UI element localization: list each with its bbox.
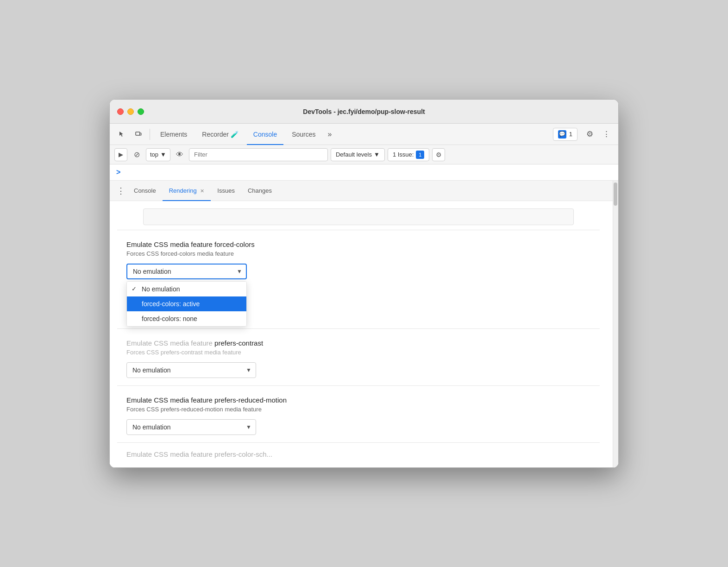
more-options-button[interactable]: ⋮: [599, 127, 614, 142]
cursor-icon: [118, 131, 126, 138]
tab-changes[interactable]: Changes: [241, 181, 278, 201]
prompt-chevron: >: [116, 168, 120, 176]
window-title: DevTools - jec.fyi/demo/pup-slow-result: [303, 108, 425, 115]
forced-colors-dropdown-container: No emulation forced-colors: active force…: [126, 264, 247, 279]
dropdown-arrow-icon: ▼: [160, 151, 166, 158]
more-tabs-button[interactable]: »: [324, 124, 336, 145]
tab-sources[interactable]: Sources: [285, 124, 322, 145]
live-expressions-button[interactable]: 👁: [173, 148, 186, 161]
console-prompt[interactable]: >: [110, 164, 618, 181]
title-bar: DevTools - jec.fyi/demo/pup-slow-result: [110, 100, 618, 124]
toolbar-divider: [150, 129, 150, 140]
message-badge-icon: 💬: [558, 130, 566, 139]
message-badge-button[interactable]: 💬 1: [553, 128, 577, 141]
devtools-window: DevTools - jec.fyi/demo/pup-slow-result …: [109, 99, 619, 468]
main-scrollbar-track[interactable]: [613, 181, 618, 467]
tab-issues[interactable]: Issues: [211, 181, 241, 201]
issues-counter-button[interactable]: 1 Issue: 1: [388, 148, 430, 161]
filter-input[interactable]: [189, 148, 328, 161]
inspect-element-button[interactable]: [114, 127, 129, 142]
prefers-reduced-motion-section: Emulate CSS media feature prefers-reduce…: [110, 386, 607, 442]
bottom-truncated-section: Emulate CSS media feature prefers-color-…: [110, 443, 607, 458]
prefers-contrast-select[interactable]: No emulation: [126, 362, 256, 378]
tab-console[interactable]: Console: [247, 124, 283, 145]
prefers-contrast-section: Emulate CSS media feature prefers-contra…: [110, 329, 607, 385]
prefers-reduced-motion-select[interactable]: No emulation: [126, 419, 256, 435]
dropdown-option-no-emulation[interactable]: No emulation: [127, 282, 246, 296]
clear-console-button[interactable]: ⊘: [130, 148, 143, 161]
tab-rendering[interactable]: Rendering ✕: [163, 181, 211, 201]
close-button[interactable]: [117, 108, 124, 115]
context-selector[interactable]: top ▼: [146, 148, 170, 161]
prefers-reduced-motion-desc: Forces CSS prefers-reduced-motion media …: [126, 406, 590, 413]
main-scrollbar-thumb[interactable]: [614, 183, 617, 206]
dropdown-option-forced-active[interactable]: forced-colors: active: [127, 296, 246, 311]
device-icon: [135, 131, 142, 138]
device-toggle-button[interactable]: [131, 127, 146, 142]
forced-colors-title: Emulate CSS media feature forced-colors: [126, 240, 590, 248]
gear-icon: ⚙: [436, 151, 442, 158]
log-levels-button[interactable]: Default levels ▼: [331, 148, 385, 161]
prefers-contrast-desc: Forces CSS prefers-contrast media featur…: [126, 349, 590, 356]
settings-button[interactable]: ⚙: [582, 127, 597, 142]
issues-badge-icon: 1: [416, 151, 424, 159]
forced-colors-section: Emulate CSS media feature forced-colors …: [110, 230, 607, 287]
rendering-panel-content: Emulate CSS media feature forced-colors …: [110, 201, 618, 467]
truncated-title: Emulate CSS media feature prefers-color-…: [126, 450, 590, 458]
tab-elements[interactable]: Elements: [154, 124, 194, 145]
svg-rect-1: [140, 133, 141, 135]
ban-icon: ⊘: [134, 150, 140, 159]
prefers-reduced-motion-title: Emulate CSS media feature prefers-reduce…: [126, 396, 590, 404]
svg-rect-0: [136, 132, 140, 135]
prefers-contrast-title: Emulate CSS media feature prefers-contra…: [126, 339, 590, 347]
tab-console-bottom[interactable]: Console: [127, 181, 163, 201]
eye-icon: 👁: [176, 151, 183, 159]
forced-colors-dropdown-popup: No emulation forced-colors: active force…: [126, 281, 247, 327]
main-toolbar: Elements Recorder 🧪 Console Sources » 💬 …: [110, 124, 618, 145]
execute-button[interactable]: ▶: [114, 148, 127, 161]
rendering-tab-close[interactable]: ✕: [200, 188, 204, 194]
play-icon: ▶: [119, 151, 123, 158]
console-settings-button[interactable]: ⚙: [432, 148, 445, 161]
prefers-contrast-dropdown[interactable]: No emulation ▼: [126, 362, 256, 378]
tab-recorder[interactable]: Recorder 🧪: [195, 124, 245, 145]
dropdown-option-forced-none[interactable]: forced-colors: none: [127, 311, 246, 326]
bottom-panel: ⋮ Console Rendering ✕ Issues Changes ✕: [110, 181, 618, 467]
forced-colors-select[interactable]: No emulation forced-colors: active force…: [126, 264, 247, 279]
forced-colors-select-wrapper[interactable]: No emulation forced-colors: active force…: [126, 264, 247, 279]
top-placeholder-section: [110, 201, 607, 230]
panel-options-button[interactable]: ⋮: [114, 184, 127, 197]
forced-colors-desc: Forces CSS forced-colors media feature: [126, 250, 590, 257]
minimize-button[interactable]: [127, 108, 134, 115]
levels-arrow-icon: ▼: [374, 151, 380, 158]
bottom-panel-tabs: ⋮ Console Rendering ✕ Issues Changes ✕: [110, 181, 618, 201]
console-toolbar: ▶ ⊘ top ▼ 👁 Default levels ▼ 1 Issue: 1 …: [110, 145, 618, 164]
maximize-button[interactable]: [138, 108, 144, 115]
prefers-reduced-motion-dropdown[interactable]: No emulation ▼: [126, 419, 256, 435]
placeholder-control: [143, 208, 574, 225]
traffic-lights: [117, 108, 144, 115]
